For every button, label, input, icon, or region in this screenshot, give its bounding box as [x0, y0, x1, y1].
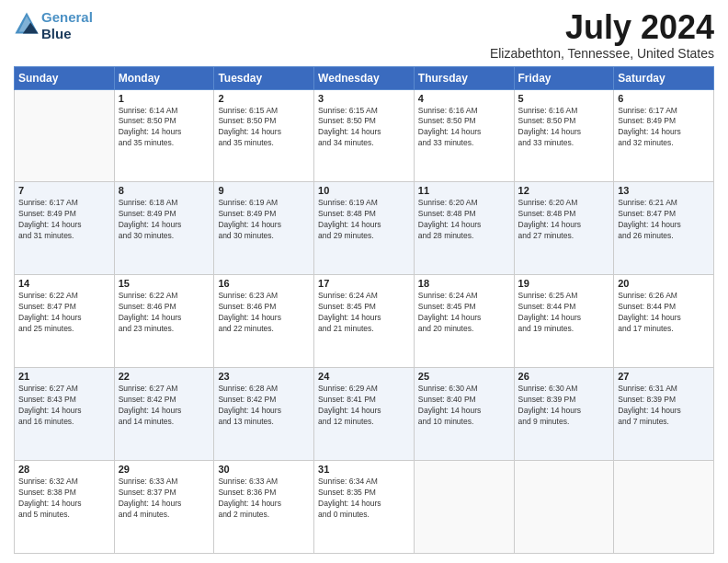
weekday-header-friday: Friday: [514, 66, 614, 89]
day-number: 22: [119, 371, 210, 382]
location-title: Elizabethton, Tennessee, United States: [490, 46, 714, 61]
header: General Blue July 2024 Elizabethton, Ten…: [14, 9, 714, 61]
calendar-cell: 7Sunrise: 6:17 AMSunset: 8:49 PMDaylight…: [15, 182, 115, 275]
calendar-week-row: 14Sunrise: 6:22 AMSunset: 8:47 PMDayligh…: [15, 275, 714, 368]
weekday-header-thursday: Thursday: [414, 66, 514, 89]
calendar-cell: [514, 461, 614, 554]
weekday-header-row: SundayMondayTuesdayWednesdayThursdayFrid…: [15, 66, 714, 89]
day-info: Sunrise: 6:14 AMSunset: 8:50 PMDaylight:…: [119, 106, 210, 150]
day-info: Sunrise: 6:16 AMSunset: 8:50 PMDaylight:…: [418, 106, 510, 150]
weekday-header-monday: Monday: [114, 66, 214, 89]
calendar-cell: 9Sunrise: 6:19 AMSunset: 8:49 PMDaylight…: [214, 182, 314, 275]
calendar-cell: 16Sunrise: 6:23 AMSunset: 8:46 PMDayligh…: [214, 275, 314, 368]
day-number: 29: [119, 464, 210, 475]
day-info: Sunrise: 6:27 AMSunset: 8:42 PMDaylight:…: [119, 384, 210, 428]
day-info: Sunrise: 6:33 AMSunset: 8:36 PMDaylight:…: [218, 477, 310, 521]
day-number: 6: [618, 93, 710, 104]
day-number: 11: [418, 185, 510, 196]
day-number: 21: [18, 371, 110, 382]
day-number: 20: [618, 278, 710, 289]
logo-blue: Blue: [41, 26, 93, 42]
calendar-cell: 3Sunrise: 6:15 AMSunset: 8:50 PMDaylight…: [314, 89, 415, 182]
weekday-header-tuesday: Tuesday: [214, 66, 314, 89]
day-info: Sunrise: 6:20 AMSunset: 8:48 PMDaylight:…: [518, 198, 610, 242]
calendar-cell: 23Sunrise: 6:28 AMSunset: 8:42 PMDayligh…: [214, 368, 314, 461]
day-info: Sunrise: 6:25 AMSunset: 8:44 PMDaylight:…: [518, 291, 610, 335]
day-number: 15: [119, 278, 210, 289]
calendar-cell: 13Sunrise: 6:21 AMSunset: 8:47 PMDayligh…: [614, 182, 714, 275]
day-number: 3: [318, 93, 410, 104]
calendar-week-row: 1Sunrise: 6:14 AMSunset: 8:50 PMDaylight…: [15, 89, 714, 182]
calendar-cell: 6Sunrise: 6:17 AMSunset: 8:49 PMDaylight…: [614, 89, 714, 182]
day-number: 4: [418, 93, 510, 104]
day-number: 19: [518, 278, 610, 289]
day-info: Sunrise: 6:30 AMSunset: 8:39 PMDaylight:…: [518, 384, 610, 428]
day-number: 13: [618, 185, 710, 196]
day-number: 28: [18, 464, 110, 475]
day-info: Sunrise: 6:20 AMSunset: 8:48 PMDaylight:…: [418, 198, 510, 242]
weekday-header-wednesday: Wednesday: [314, 66, 415, 89]
day-info: Sunrise: 6:28 AMSunset: 8:42 PMDaylight:…: [218, 384, 310, 428]
day-info: Sunrise: 6:33 AMSunset: 8:37 PMDaylight:…: [119, 477, 210, 521]
day-number: 9: [218, 185, 310, 196]
calendar-cell: 20Sunrise: 6:26 AMSunset: 8:44 PMDayligh…: [614, 275, 714, 368]
calendar-cell: 12Sunrise: 6:20 AMSunset: 8:48 PMDayligh…: [514, 182, 614, 275]
day-number: 8: [119, 185, 210, 196]
day-number: 23: [218, 371, 310, 382]
logo-icon: [14, 11, 40, 37]
day-info: Sunrise: 6:29 AMSunset: 8:41 PMDaylight:…: [318, 384, 410, 428]
calendar-cell: 11Sunrise: 6:20 AMSunset: 8:48 PMDayligh…: [414, 182, 514, 275]
page: General Blue July 2024 Elizabethton, Ten…: [0, 0, 728, 563]
calendar-cell: 17Sunrise: 6:24 AMSunset: 8:45 PMDayligh…: [314, 275, 415, 368]
day-info: Sunrise: 6:19 AMSunset: 8:49 PMDaylight:…: [218, 198, 310, 242]
day-info: Sunrise: 6:18 AMSunset: 8:49 PMDaylight:…: [119, 198, 210, 242]
day-info: Sunrise: 6:31 AMSunset: 8:39 PMDaylight:…: [618, 384, 710, 428]
day-info: Sunrise: 6:21 AMSunset: 8:47 PMDaylight:…: [618, 198, 710, 242]
day-info: Sunrise: 6:34 AMSunset: 8:35 PMDaylight:…: [318, 477, 410, 521]
logo-text: General Blue: [41, 9, 93, 42]
day-info: Sunrise: 6:15 AMSunset: 8:50 PMDaylight:…: [218, 106, 310, 150]
day-info: Sunrise: 6:30 AMSunset: 8:40 PMDaylight:…: [418, 384, 510, 428]
calendar-week-row: 28Sunrise: 6:32 AMSunset: 8:38 PMDayligh…: [15, 461, 714, 554]
day-number: 17: [318, 278, 410, 289]
day-info: Sunrise: 6:24 AMSunset: 8:45 PMDaylight:…: [418, 291, 510, 335]
logo-general: General: [41, 9, 93, 25]
calendar-cell: 26Sunrise: 6:30 AMSunset: 8:39 PMDayligh…: [514, 368, 614, 461]
calendar-cell: [15, 89, 115, 182]
day-number: 24: [318, 371, 410, 382]
calendar-cell: 10Sunrise: 6:19 AMSunset: 8:48 PMDayligh…: [314, 182, 415, 275]
day-info: Sunrise: 6:26 AMSunset: 8:44 PMDaylight:…: [618, 291, 710, 335]
calendar-cell: 18Sunrise: 6:24 AMSunset: 8:45 PMDayligh…: [414, 275, 514, 368]
calendar-week-row: 7Sunrise: 6:17 AMSunset: 8:49 PMDaylight…: [15, 182, 714, 275]
day-info: Sunrise: 6:32 AMSunset: 8:38 PMDaylight:…: [18, 477, 110, 521]
calendar-cell: 24Sunrise: 6:29 AMSunset: 8:41 PMDayligh…: [314, 368, 415, 461]
calendar-cell: 15Sunrise: 6:22 AMSunset: 8:46 PMDayligh…: [114, 275, 214, 368]
day-number: 12: [518, 185, 610, 196]
calendar-cell: 1Sunrise: 6:14 AMSunset: 8:50 PMDaylight…: [114, 89, 214, 182]
day-info: Sunrise: 6:23 AMSunset: 8:46 PMDaylight:…: [218, 291, 310, 335]
calendar-cell: [614, 461, 714, 554]
day-info: Sunrise: 6:22 AMSunset: 8:47 PMDaylight:…: [18, 291, 110, 335]
day-number: 25: [418, 371, 510, 382]
day-number: 2: [218, 93, 310, 104]
calendar-cell: 8Sunrise: 6:18 AMSunset: 8:49 PMDaylight…: [114, 182, 214, 275]
day-info: Sunrise: 6:22 AMSunset: 8:46 PMDaylight:…: [119, 291, 210, 335]
weekday-header-saturday: Saturday: [614, 66, 714, 89]
day-number: 30: [218, 464, 310, 475]
calendar-cell: 14Sunrise: 6:22 AMSunset: 8:47 PMDayligh…: [15, 275, 115, 368]
calendar-cell: 19Sunrise: 6:25 AMSunset: 8:44 PMDayligh…: [514, 275, 614, 368]
day-number: 14: [18, 278, 110, 289]
calendar-cell: 22Sunrise: 6:27 AMSunset: 8:42 PMDayligh…: [114, 368, 214, 461]
day-info: Sunrise: 6:17 AMSunset: 8:49 PMDaylight:…: [18, 198, 110, 242]
calendar-cell: 29Sunrise: 6:33 AMSunset: 8:37 PMDayligh…: [114, 461, 214, 554]
day-info: Sunrise: 6:16 AMSunset: 8:50 PMDaylight:…: [518, 106, 610, 150]
calendar-table: SundayMondayTuesdayWednesdayThursdayFrid…: [14, 66, 714, 554]
logo-area: General Blue: [14, 9, 93, 42]
calendar-week-row: 21Sunrise: 6:27 AMSunset: 8:43 PMDayligh…: [15, 368, 714, 461]
calendar-cell: 2Sunrise: 6:15 AMSunset: 8:50 PMDaylight…: [214, 89, 314, 182]
day-info: Sunrise: 6:19 AMSunset: 8:48 PMDaylight:…: [318, 198, 410, 242]
calendar-cell: 4Sunrise: 6:16 AMSunset: 8:50 PMDaylight…: [414, 89, 514, 182]
calendar-cell: 27Sunrise: 6:31 AMSunset: 8:39 PMDayligh…: [614, 368, 714, 461]
day-number: 27: [618, 371, 710, 382]
day-number: 26: [518, 371, 610, 382]
